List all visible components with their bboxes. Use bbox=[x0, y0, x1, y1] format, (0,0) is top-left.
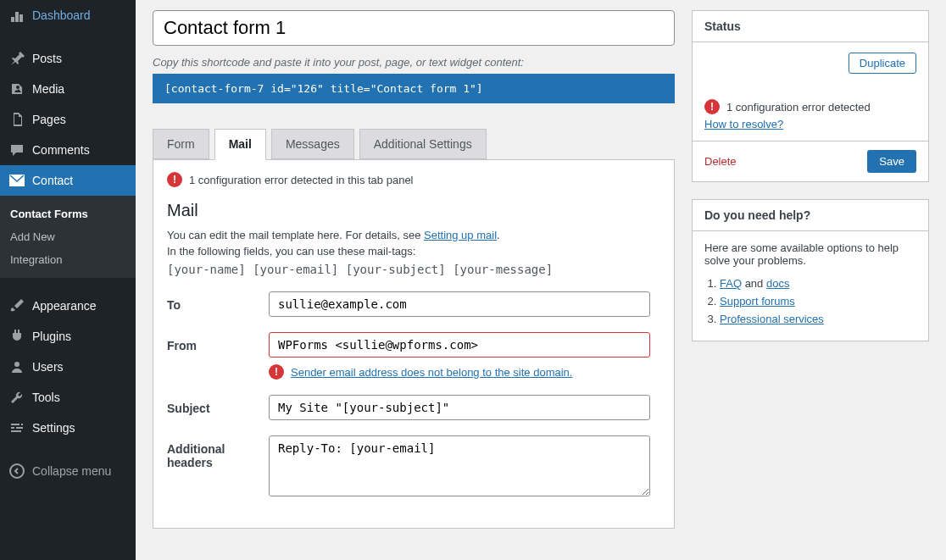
sidebar-label: Users bbox=[32, 360, 64, 374]
error-icon: ! bbox=[704, 99, 720, 114]
sidebar-label: Appearance bbox=[32, 299, 97, 313]
faq-link[interactable]: FAQ bbox=[720, 277, 742, 290]
sidebar-item-tools[interactable]: Tools bbox=[0, 382, 136, 413]
status-error: ! 1 configuration error detected bbox=[704, 99, 916, 114]
sidebar-label: Comments bbox=[32, 143, 90, 157]
sidebar-item-appearance[interactable]: Appearance bbox=[0, 291, 136, 321]
help-item-faq-docs: FAQ and docs bbox=[720, 277, 916, 290]
main-content: Copy this shortcode and paste it into yo… bbox=[136, 0, 946, 560]
sidebar-label: Pages bbox=[32, 113, 66, 126]
from-error: ! Sender email address does not belong t… bbox=[269, 364, 650, 380]
from-label: From bbox=[167, 332, 269, 352]
submenu-contact-forms[interactable]: Contact Forms bbox=[0, 202, 136, 225]
mail-tags: [your-name] [your-email] [your-subject] … bbox=[167, 263, 660, 276]
subject-input[interactable] bbox=[269, 395, 650, 420]
plug-icon bbox=[8, 328, 25, 345]
pro-services-link[interactable]: Professional services bbox=[720, 313, 824, 325]
help-item-pro: Professional services bbox=[720, 313, 916, 325]
to-input[interactable] bbox=[269, 291, 650, 317]
error-icon: ! bbox=[269, 364, 284, 380]
pages-icon bbox=[8, 111, 25, 128]
users-icon bbox=[8, 358, 25, 375]
tab-form[interactable]: Form bbox=[153, 129, 209, 159]
mail-icon bbox=[8, 172, 25, 189]
sidebar-item-media[interactable]: Media bbox=[0, 74, 136, 104]
sidebar-label: Dashboard bbox=[32, 8, 91, 22]
sidebar-item-dashboard[interactable]: Dashboard bbox=[0, 0, 136, 30]
support-link[interactable]: Support forums bbox=[720, 295, 795, 308]
resolve-link[interactable]: How to resolve? bbox=[704, 118, 783, 130]
docs-link[interactable]: docs bbox=[766, 277, 789, 290]
sidebar-label: Tools bbox=[32, 391, 60, 404]
panel-error-text: 1 configuration error detected in this t… bbox=[189, 174, 414, 186]
tab-mail[interactable]: Mail bbox=[214, 129, 266, 160]
sidebar-label: Collapse menu bbox=[32, 464, 111, 478]
duplicate-button[interactable]: Duplicate bbox=[849, 53, 916, 74]
save-button[interactable]: Save bbox=[867, 150, 916, 173]
status-heading: Status bbox=[693, 11, 928, 42]
help-item-support: Support forums bbox=[720, 295, 916, 308]
comments-icon bbox=[8, 141, 25, 158]
panel-description: You can edit the mail template here. For… bbox=[167, 229, 660, 241]
sidebar-label: Plugins bbox=[32, 330, 71, 343]
tab-list: Form Mail Messages Additional Settings bbox=[153, 129, 675, 159]
sidebar-label: Posts bbox=[32, 52, 62, 65]
shortcode-help-text: Copy this shortcode and paste it into yo… bbox=[153, 56, 675, 69]
sidebar-item-contact[interactable]: Contact bbox=[0, 165, 136, 196]
sidebar-item-pages[interactable]: Pages bbox=[0, 104, 136, 135]
to-label: To bbox=[167, 291, 269, 312]
shortcode-display[interactable]: [contact-form-7 id="126" title="Contact … bbox=[153, 74, 675, 103]
admin-sidebar: Dashboard Posts Media Pages Comments Con… bbox=[0, 0, 136, 560]
sidebar-item-collapse[interactable]: Collapse menu bbox=[0, 456, 136, 486]
sidebar-item-users[interactable]: Users bbox=[0, 352, 136, 382]
help-list: FAQ and docs Support forums Professional… bbox=[704, 277, 916, 325]
wrench-icon bbox=[8, 389, 25, 406]
panel-error-notice: ! 1 configuration error detected in this… bbox=[167, 172, 660, 187]
error-icon: ! bbox=[167, 172, 182, 187]
mail-panel: ! 1 configuration error detected in this… bbox=[153, 159, 675, 529]
sidebar-label: Settings bbox=[32, 421, 75, 435]
help-heading: Do you need help? bbox=[693, 200, 928, 231]
sidebar-item-settings[interactable]: Settings bbox=[0, 413, 136, 443]
tab-messages[interactable]: Messages bbox=[271, 129, 354, 159]
help-metabox: Do you need help? Here are some availabl… bbox=[692, 199, 929, 341]
from-input[interactable] bbox=[269, 332, 650, 358]
panel-description-2: In the following fields, you can use the… bbox=[167, 245, 660, 258]
setting-up-mail-link[interactable]: Setting up mail bbox=[424, 229, 497, 241]
sliders-icon bbox=[8, 419, 25, 436]
from-error-link[interactable]: Sender email address does not belong to … bbox=[291, 366, 572, 379]
collapse-icon bbox=[8, 463, 25, 480]
delete-link[interactable]: Delete bbox=[704, 155, 737, 168]
form-title-input[interactable] bbox=[153, 10, 675, 46]
sidebar-label: Contact bbox=[32, 174, 73, 187]
subject-label: Subject bbox=[167, 395, 269, 415]
headers-textarea[interactable]: Reply-To: [your-email] bbox=[269, 435, 650, 496]
dashboard-icon bbox=[8, 7, 25, 24]
brush-icon bbox=[8, 297, 25, 314]
headers-label: Additional headers bbox=[167, 435, 269, 469]
sidebar-item-comments[interactable]: Comments bbox=[0, 135, 136, 165]
sidebar-item-posts[interactable]: Posts bbox=[0, 43, 136, 74]
tab-additional-settings[interactable]: Additional Settings bbox=[359, 129, 487, 159]
submenu-integration[interactable]: Integration bbox=[0, 248, 136, 271]
sidebar-submenu: Contact Forms Add New Integration bbox=[0, 196, 136, 278]
submenu-add-new[interactable]: Add New bbox=[0, 225, 136, 248]
pin-icon bbox=[8, 50, 25, 67]
sidebar-label: Media bbox=[32, 82, 64, 96]
panel-heading: Mail bbox=[167, 201, 660, 220]
sidebar-item-plugins[interactable]: Plugins bbox=[0, 321, 136, 352]
svg-point-1 bbox=[14, 362, 19, 367]
media-icon bbox=[8, 80, 25, 97]
help-intro: Here are some available options to help … bbox=[704, 241, 916, 267]
svg-point-2 bbox=[10, 464, 24, 478]
status-metabox: Status Duplicate ! 1 configuration error… bbox=[692, 10, 929, 182]
